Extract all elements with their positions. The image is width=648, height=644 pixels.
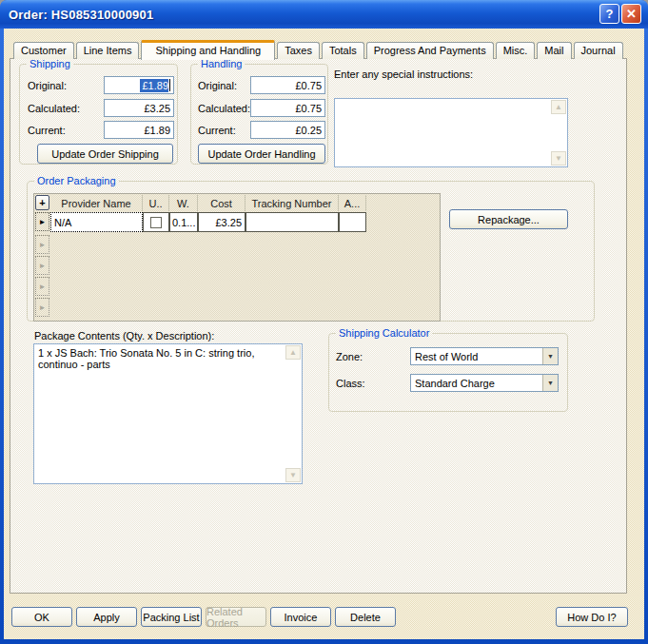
special-instructions-scrollbar[interactable]: ▲ ▼ [551,100,566,166]
handling-current-value: £0.25 [295,125,322,136]
tab-line-items[interactable]: Line Items [76,42,140,59]
update-order-handling-button[interactable]: Update Order Handling [198,144,325,164]
shipping-current-field[interactable]: £1.89 [104,121,174,139]
column-header-tracking-number[interactable]: Tracking Number [245,195,339,211]
weight-cell[interactable]: 0.1... [169,212,198,232]
scroll-up-icon[interactable]: ▲ [285,345,301,360]
delete-button[interactable]: Delete [335,607,396,627]
chevron-down-icon[interactable]: ▼ [542,375,558,391]
tracking-number-cell[interactable] [245,212,339,232]
tab-misc[interactable]: Misc. [496,42,536,59]
package-contents-box[interactable]: 1 x JS Bach: Trio Sonata No. 5 in C: str… [33,343,303,484]
package-contents-scrollbar[interactable]: ▲ ▼ [285,345,301,482]
ok-button[interactable]: OK [11,607,72,627]
shipping-current-value: £1.89 [144,125,170,136]
shipping-calculated-field[interactable]: £3.25 [104,99,174,117]
handling-calculated-field[interactable]: £0.75 [250,99,325,117]
class-label: Class: [336,378,365,390]
tab-taxes[interactable]: Taxes [277,42,320,59]
window-title: Order: HS085310000901 [0,8,153,22]
provider-name-cell[interactable]: N/A [50,212,143,232]
chevron-down-icon[interactable]: ▼ [542,348,558,364]
cost-value: £3.25 [215,217,245,228]
row-arrow-icon: ► [39,218,47,226]
tab-strip: Customer Line Items Shipping and Handlin… [13,39,625,59]
add-package-button[interactable]: + [35,195,49,210]
column-header-u[interactable]: U.. [143,195,169,211]
close-icon[interactable]: ✕ [621,4,641,24]
tab-totals[interactable]: Totals [322,42,364,59]
zone-select[interactable]: Rest of World ▼ [410,347,559,365]
packing-list-button[interactable]: Packing List [141,607,202,627]
shipping-original-field[interactable]: £1.89 [104,76,174,94]
apply-button[interactable]: Apply [76,607,137,627]
empty-row-selector[interactable]: ► [35,277,49,296]
handling-calculated-value: £0.75 [295,103,322,114]
package-contents-value: 1 x JS Bach: Trio Sonata No. 5 in C: str… [34,344,302,372]
title-bar-buttons: ? ✕ [599,4,641,24]
handling-original-field[interactable]: £0.75 [250,76,325,94]
help-icon[interactable]: ? [599,4,619,24]
invoice-button[interactable]: Invoice [270,607,331,627]
attachments-cell[interactable] [339,212,366,232]
class-selected-value: Standard Charge [411,378,542,389]
scroll-up-icon[interactable]: ▲ [551,100,566,114]
row-arrow-icon: ► [39,303,47,312]
class-select[interactable]: Standard Charge ▼ [410,374,559,392]
update-order-shipping-button[interactable]: Update Order Shipping [37,144,173,164]
provider-name-value: N/A [51,217,71,228]
shipping-current-label: Current: [28,125,66,137]
order-packaging-group-label: Order Packaging [34,175,119,187]
zone-label: Zone: [336,351,363,363]
row-arrow-icon: ► [39,241,47,249]
u-checkbox[interactable] [150,217,162,228]
tab-progress-and-payments[interactable]: Progress And Payments [366,42,494,59]
column-header-cost[interactable]: Cost [198,195,245,211]
empty-row-selector[interactable]: ► [35,256,49,275]
title-bar[interactable]: Order: HS085310000901 ? ✕ [0,0,648,29]
tab-journal[interactable]: Journal [574,42,623,59]
text-caret [169,79,170,91]
cost-cell[interactable]: £3.25 [198,212,245,232]
tab-mail[interactable]: Mail [537,42,571,59]
handling-original-value: £0.75 [295,80,322,91]
how-do-i-button[interactable]: How Do I? [556,607,628,627]
column-header-provider-name[interactable]: Provider Name [50,195,143,211]
empty-row-selector[interactable]: ► [35,235,49,254]
handling-calculated-label: Calculated: [198,103,250,115]
handling-original-label: Original: [198,80,237,92]
special-instructions-label: Enter any special instructions: [334,68,473,81]
u-cell[interactable] [143,212,169,232]
shipping-original-value: £1.89 [140,79,168,92]
shipping-group-label: Shipping [27,58,73,70]
handling-groupbox: Handling Original: £0.75 Calculated: £0.… [190,64,328,165]
tab-customer[interactable]: Customer [13,42,74,59]
row-arrow-icon: ► [39,262,47,270]
column-header-w[interactable]: W. [169,195,198,211]
weight-value: 0.1... [170,217,195,228]
package-contents-label: Package Contents (Qty. x Description): [34,330,214,342]
packaging-grid: + Provider Name U.. W. Cost Tracking Num… [33,193,441,322]
special-instructions-value [335,99,567,103]
handling-current-label: Current: [198,125,236,137]
tab-shipping-and-handling[interactable]: Shipping and Handling [141,40,275,60]
row-arrow-icon: ► [39,283,47,291]
handling-current-field[interactable]: £0.25 [250,121,325,139]
column-header-a[interactable]: A... [339,195,366,211]
order-dialog-window: Order: HS085310000901 ? ✕ Customer Line … [0,0,648,644]
shipping-original-label: Original: [28,80,67,92]
empty-row-selector[interactable]: ► [35,298,49,317]
shipping-calculator-groupbox: Shipping Calculator Zone: Rest of World … [328,333,568,412]
shipping-calculator-group-label: Shipping Calculator [336,327,432,340]
special-instructions-input[interactable]: ▲ ▼ [334,98,568,167]
active-row-selector[interactable]: ► [35,212,49,231]
shipping-calculated-value: £3.25 [144,103,170,114]
zone-selected-value: Rest of World [411,351,542,362]
shipping-calculated-label: Calculated: [28,103,80,115]
related-orders-button: Related Orders [206,607,266,627]
repackage-button[interactable]: Repackage... [449,209,568,229]
scroll-down-icon[interactable]: ▼ [285,468,301,482]
shipping-groupbox: Shipping Original: £1.89 Calculated: £3.… [19,64,178,165]
scroll-down-icon[interactable]: ▼ [551,151,566,166]
